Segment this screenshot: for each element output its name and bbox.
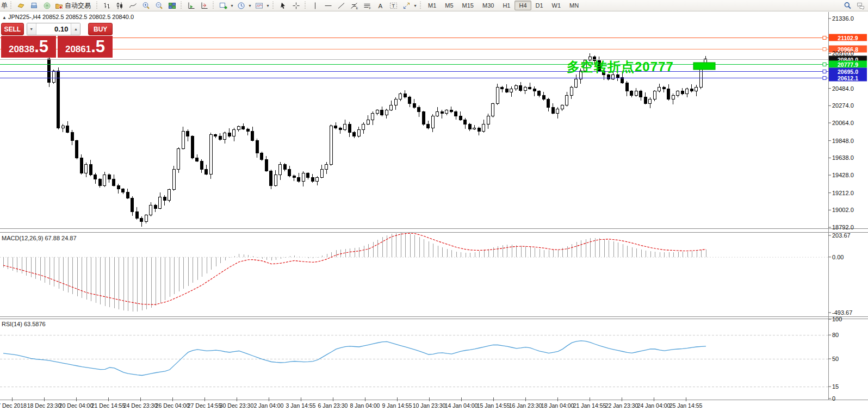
rsi-scale-label: 15 [832,383,839,390]
new-order-button[interactable] [14,0,27,11]
candle-body [182,132,184,149]
chat-button[interactable] [854,0,867,11]
volume-down-button[interactable]: ▼ [27,23,36,35]
candle-body [224,133,226,140]
autotrading-button[interactable]: 自动交易 [53,0,94,11]
price-badge-label: 21102.9 [838,35,858,41]
timeframe-d1[interactable]: D1 [531,1,548,10]
trendline-button[interactable] [334,0,348,11]
tile-windows-icon [168,2,176,10]
tile-windows-button[interactable] [165,0,178,11]
broadcast-button[interactable] [40,0,53,11]
time-tick-label: 30 Dec 23:30 [220,402,253,409]
time-tick-label: 14 Jan 04:00 [445,402,478,409]
pane-borders [0,12,868,400]
candle-body [57,71,60,128]
timeframe-mn[interactable]: MN [565,1,583,10]
chart-shift-button[interactable] [197,0,210,11]
print-button[interactable] [27,0,40,11]
candle-body [510,89,513,92]
text-button[interactable]: A [374,0,387,11]
buy-button[interactable]: BUY [88,23,113,35]
horizontal-line-button[interactable] [321,0,334,11]
cursor-button[interactable] [276,0,289,11]
candle-body [357,130,360,136]
candle-body [505,89,508,92]
timeframe-m1[interactable]: M1 [424,1,441,10]
crosshair-button[interactable] [289,0,302,11]
candle-body [209,135,212,174]
time-tick-label: 3 Jan 14:55 [286,402,316,409]
dropdown-caret[interactable]: ▾ [247,3,252,8]
candle-body [681,91,684,94]
candle-body [561,105,563,109]
price-badge-label: 20612.1 [838,75,858,82]
annotation-box[interactable] [693,63,715,70]
profiles-button[interactable] [234,0,247,11]
dropdown-caret[interactable]: ▾ [230,3,234,8]
text-label-button[interactable]: T [387,0,400,11]
candle-body [538,91,541,96]
zoom-out-button[interactable] [152,0,165,11]
candle-body [237,127,240,130]
price-tick-label: 21336.0 [832,15,854,22]
toolbar-separator [272,2,275,10]
candle-body [640,91,642,97]
main-toolbar: 单 自动交易▾▾▾EFAT▾ M1M5M15M30H1H4D1W1MN [0,0,868,11]
bar-chart-button[interactable] [100,0,113,11]
new-chart-button[interactable] [216,0,230,11]
chart-canvas[interactable]: 21102.920966.820840.020777.920695.020612… [0,0,868,411]
candle-body [307,173,309,178]
time-tick-label: 20 Dec 04:00 [59,402,93,409]
level-handle [823,48,826,51]
candle-body [662,87,665,89]
templates-button[interactable] [252,0,265,11]
candle-body [122,189,125,192]
chart-window[interactable]: ▲JPN225-,H4 20852.5 20852.5 20802.5 2084… [0,11,868,411]
bid-price[interactable]: 20838.5 [1,36,56,58]
sell-button[interactable]: SELL [1,23,24,35]
equidistant-channel-button[interactable]: F [361,0,374,11]
timeframe-m15[interactable]: M15 [458,1,478,10]
candle-body [353,132,356,136]
chart-title: ▲JPN225-,H4 20852.5 20852.5 20802.5 2084… [2,14,134,20]
line-chart-button[interactable] [126,0,139,11]
timeframe-m30[interactable]: M30 [478,1,498,10]
auto-scroll-button[interactable] [184,0,197,11]
new-order-label-cut[interactable]: 单 [1,1,8,10]
crosshair-icon [292,2,300,10]
ask-price[interactable]: 20861.5 [58,36,113,58]
macd-label: MACD(12,26,9) 67.88 24.87 [2,235,77,241]
volume-value[interactable]: 0.10 [36,23,71,35]
volume-up-button[interactable]: ▲ [71,23,80,35]
candle-body [126,192,129,198]
time-tick-label: 18 Dec 23:30 [27,402,61,409]
search-button[interactable] [841,0,854,11]
dropdown-caret[interactable]: ▾ [265,3,270,8]
candle-body [496,87,499,103]
timeframe-h1[interactable]: H1 [498,1,514,10]
timeframe-w1[interactable]: W1 [548,1,566,10]
vertical-line-button[interactable] [308,0,321,11]
level-lines[interactable]: 21102.920966.820840.020777.920695.020612… [0,34,867,82]
timeframe-m5[interactable]: M5 [441,1,457,10]
candle-body [570,87,573,95]
candle-body [542,95,545,99]
timeframe-h4[interactable]: H4 [514,1,531,10]
level-handle [823,36,826,40]
zoom-in-button[interactable] [139,0,152,11]
annotation-text[interactable]: 多空转折点20777 [567,58,674,76]
candlestick-chart-button[interactable] [113,0,126,11]
volume-stepper: ▼ 0.10 ▲ [27,23,81,35]
profiles-icon [237,2,245,10]
time-tick-label: 16 Jan 23:30 [509,402,542,409]
candle-body [695,87,698,91]
candle-body [667,89,670,99]
candle-body [482,124,485,132]
candle-body [200,161,203,169]
fibonacci-button[interactable]: E [348,0,361,11]
arrows-button[interactable] [400,0,413,11]
candle-body [330,126,332,164]
dropdown-caret[interactable]: ▾ [413,3,418,8]
vertical-line-icon [311,2,319,10]
